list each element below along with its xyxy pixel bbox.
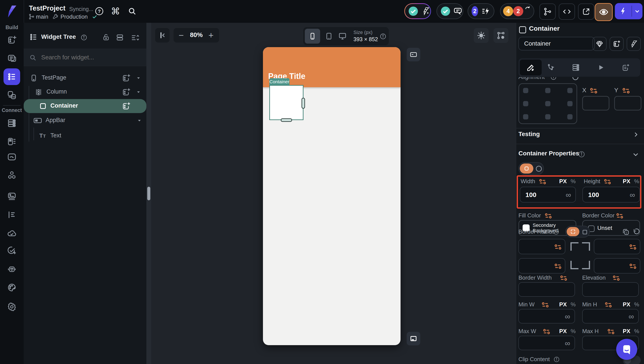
set-from-variable-icon[interactable] bbox=[629, 264, 637, 269]
tree-scrollbar-track[interactable] bbox=[146, 23, 151, 364]
radius-bottom-left-input[interactable] bbox=[518, 258, 565, 274]
max-h-unit-px[interactable]: PX bbox=[623, 328, 630, 335]
set-from-variable-icon[interactable] bbox=[605, 302, 612, 308]
align-center[interactable] bbox=[545, 101, 550, 106]
rail-item-theme[interactable] bbox=[7, 283, 17, 292]
x-alignment-input[interactable] bbox=[582, 96, 610, 110]
align-bottom-right[interactable] bbox=[567, 114, 572, 120]
tree-row-text[interactable]: T T Text bbox=[24, 130, 146, 142]
set-from-variable-icon[interactable] bbox=[616, 213, 624, 219]
theme-style-button[interactable] bbox=[592, 37, 606, 51]
rail-item-add-widget[interactable] bbox=[7, 35, 17, 45]
width-input[interactable]: 100 ∞ bbox=[520, 187, 576, 202]
chevron-down-icon[interactable] bbox=[136, 76, 141, 81]
min-w-unit-percent[interactable]: % bbox=[570, 301, 576, 308]
branch-manager-button[interactable] bbox=[540, 4, 556, 20]
set-from-variable-icon[interactable] bbox=[554, 264, 562, 269]
elevation-input[interactable] bbox=[582, 282, 639, 297]
ai-checks-button[interactable] bbox=[404, 3, 431, 19]
max-w-input[interactable]: ∞ bbox=[518, 336, 575, 350]
alignment-reset-icon-clipped[interactable] bbox=[572, 77, 580, 81]
radius-rounded-option[interactable] bbox=[567, 227, 579, 236]
rail-item-ai-agent[interactable] bbox=[7, 264, 17, 274]
project-title[interactable]: TestProject bbox=[29, 4, 66, 12]
max-h-unit-percent[interactable]: % bbox=[634, 328, 639, 335]
set-from-variable-icon[interactable] bbox=[545, 213, 552, 219]
zoom-out-button[interactable]: − bbox=[176, 31, 186, 40]
align-bottom-center[interactable] bbox=[545, 114, 550, 120]
tree-scrollbar-thumb[interactable] bbox=[147, 187, 150, 200]
wrap-widget-button[interactable] bbox=[610, 37, 624, 51]
set-from-variable-icon[interactable] bbox=[629, 244, 637, 250]
rail-item-database[interactable] bbox=[7, 118, 17, 128]
y-alignment-input[interactable] bbox=[614, 96, 641, 110]
rail-item-custom-functions[interactable] bbox=[7, 210, 17, 220]
chevron-down-icon[interactable] bbox=[137, 118, 142, 123]
open-app-button[interactable] bbox=[578, 4, 594, 20]
infinity-icon[interactable]: ∞ bbox=[630, 191, 635, 198]
infinity-icon[interactable]: ∞ bbox=[566, 191, 571, 198]
align-bottom-left[interactable] bbox=[523, 114, 528, 120]
canvas-settings-button[interactable] bbox=[494, 28, 508, 43]
environment-name[interactable]: Production bbox=[60, 13, 88, 20]
set-from-variable-icon[interactable] bbox=[543, 329, 550, 334]
tree-row-container-selected[interactable]: Container bbox=[24, 99, 146, 113]
set-from-variable-icon[interactable] bbox=[613, 275, 620, 281]
help-button[interactable]: ? bbox=[94, 6, 105, 17]
tree-row-column[interactable]: Column bbox=[24, 86, 146, 98]
shape-square-option[interactable] bbox=[520, 164, 533, 174]
panel-layout-icon[interactable] bbox=[116, 33, 124, 42]
set-from-variable-icon[interactable] bbox=[554, 244, 562, 250]
max-w-unit-percent[interactable]: % bbox=[570, 328, 576, 335]
chevron-down-icon[interactable] bbox=[136, 90, 141, 95]
run-options-button[interactable] bbox=[632, 3, 642, 19]
width-unit-percent[interactable]: % bbox=[570, 178, 576, 185]
radius-bottom-right-input[interactable] bbox=[594, 258, 640, 274]
selected-container-widget[interactable] bbox=[269, 85, 304, 120]
widget-name-input[interactable] bbox=[518, 37, 595, 50]
issues-button[interactable]: 4 2 bbox=[500, 3, 534, 19]
chat-launcher-button[interactable] bbox=[616, 339, 637, 360]
add-widget-icon[interactable] bbox=[122, 74, 130, 82]
shape-circle-option[interactable] bbox=[535, 164, 543, 173]
rail-item-components[interactable] bbox=[7, 90, 17, 100]
min-h-input[interactable]: ∞ bbox=[582, 309, 639, 324]
container-properties-header[interactable]: Container Properties bbox=[518, 150, 579, 157]
add-widget-icon[interactable] bbox=[122, 102, 130, 110]
copy-radius-icon[interactable]: c bbox=[622, 228, 630, 236]
reset-radius-icon[interactable] bbox=[632, 228, 640, 235]
ff-component-button[interactable] bbox=[627, 37, 641, 51]
preview-mode-button[interactable] bbox=[595, 3, 613, 21]
rail-item-image-library[interactable] bbox=[7, 192, 17, 201]
keyboard-toggle-top[interactable] bbox=[407, 48, 420, 61]
chevron-right-icon[interactable] bbox=[632, 131, 640, 138]
set-from-variable-icon[interactable] bbox=[604, 179, 611, 184]
actions-flow-button[interactable]: 2 bbox=[468, 3, 494, 19]
set-from-variable-icon[interactable] bbox=[608, 329, 615, 334]
theme-mode-toggle[interactable] bbox=[474, 28, 489, 43]
rail-item-data-types[interactable] bbox=[7, 137, 17, 146]
device-desktop-button[interactable] bbox=[336, 30, 348, 42]
view-code-button[interactable] bbox=[559, 4, 575, 20]
info-icon[interactable] bbox=[380, 33, 386, 40]
tree-row-testpage[interactable]: TestPage bbox=[24, 72, 146, 84]
collapse-panel-button[interactable] bbox=[155, 28, 170, 42]
search-button[interactable] bbox=[127, 6, 138, 17]
infinity-icon[interactable]: ∞ bbox=[565, 313, 570, 320]
max-w-unit-px[interactable]: PX bbox=[559, 328, 567, 335]
comments-button[interactable] bbox=[436, 3, 463, 19]
info-icon[interactable] bbox=[578, 151, 585, 158]
widget-select-checkbox[interactable] bbox=[519, 26, 526, 33]
tree-row-appbar[interactable]: AppBar bbox=[24, 115, 146, 126]
radius-top-right-input[interactable] bbox=[594, 239, 640, 254]
tab-backend[interactable] bbox=[570, 62, 581, 73]
align-center-right[interactable] bbox=[567, 101, 572, 106]
command-menu-button[interactable]: ⌘ bbox=[110, 5, 121, 17]
height-unit-percent[interactable]: % bbox=[634, 178, 639, 185]
radius-square-option[interactable] bbox=[581, 228, 589, 236]
min-w-unit-px[interactable]: PX bbox=[559, 301, 567, 308]
widget-search-bar[interactable] bbox=[24, 49, 146, 66]
rail-item-tests[interactable] bbox=[7, 246, 17, 256]
device-tablet-button[interactable] bbox=[323, 30, 334, 42]
info-icon[interactable] bbox=[81, 34, 87, 41]
